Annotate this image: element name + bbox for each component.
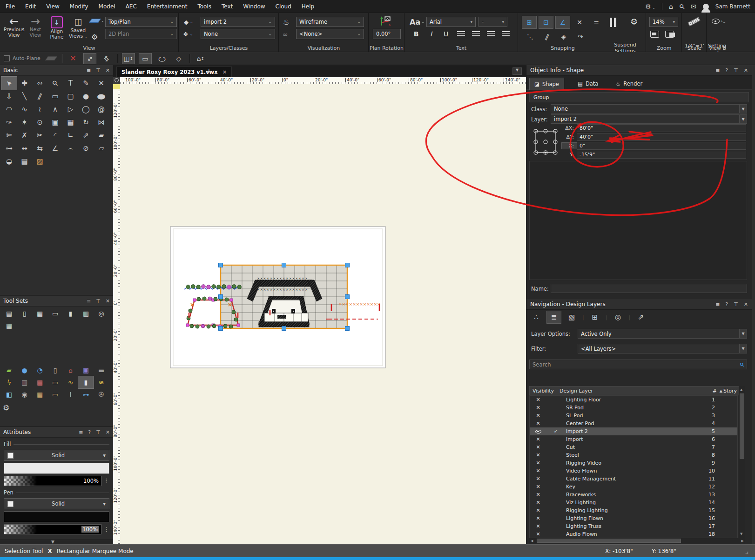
auto-plane-toggle[interactable]: Auto-Plane (4, 55, 40, 61)
visibility-x-icon[interactable]: ✕ (536, 436, 540, 442)
toolset-glazing[interactable]: ◧ (1, 388, 17, 400)
pin-icon[interactable]: ⊤ (96, 67, 101, 73)
toolset-grip[interactable]: ▬ (94, 364, 109, 376)
flyover-tool[interactable]: ∾ (32, 77, 47, 90)
bold-button[interactable]: B (411, 29, 422, 39)
menu-item[interactable]: Entertainment (147, 3, 188, 10)
horizontal-scrollbar[interactable]: ◀ ▶ (529, 538, 745, 544)
snap-surface-icon[interactable]: ◈ (557, 31, 571, 43)
snap-none-icon[interactable]: ✕ (573, 16, 586, 28)
layer-row[interactable]: ✕ ✓ Cable Management 11 (530, 475, 737, 483)
rotate-tool[interactable]: ↻ (78, 116, 94, 129)
lasso-marquee-icon[interactable]: ○ (156, 53, 168, 64)
close-icon[interactable]: ✕ (106, 429, 110, 435)
paint-roller-tool[interactable]: ▨ (32, 155, 47, 168)
toolset-plumbing[interactable]: ⊶ (78, 388, 94, 400)
navigation-header[interactable]: Navigation - Design Layers ≡?⊤✕ (526, 299, 752, 310)
menu-item[interactable]: Model (99, 3, 115, 10)
menu-item[interactable]: Modify (70, 3, 88, 10)
fill-color-bar[interactable] (4, 463, 109, 474)
x-tool[interactable]: ✕ (94, 77, 109, 90)
linear-dimension-tool[interactable]: ↔ (17, 142, 32, 155)
class-icon[interactable]: ❖⌄ (183, 31, 193, 38)
layer-row[interactable]: ✕ ✓ Lighting Flown 16 (530, 514, 737, 522)
snap-angle-icon[interactable]: ∠ (556, 16, 570, 28)
snap-settings-gear-icon[interactable]: ⚙ (630, 17, 638, 27)
render-style-dropdown[interactable]: <None>⌄ (296, 29, 364, 39)
layer-row[interactable]: ✕ ✓ Video Flown 10 (530, 467, 737, 475)
pen-style-dropdown[interactable]: Solid▾ (4, 498, 109, 509)
triangle-tool[interactable]: ▷ (63, 103, 78, 116)
tape-measure-tool[interactable]: ▱ (94, 142, 109, 155)
tool-sets-gear-icon[interactable]: ⚙ (0, 401, 113, 414)
drawing-canvas[interactable]: ×××××××××××××××× ×××××××××××××××× (120, 84, 526, 544)
layer-row[interactable]: ✕ ✓ Viz Lighting 14 (530, 499, 737, 507)
scrollbar-thumb[interactable] (740, 393, 744, 459)
saved-views-button[interactable]: ◫Saved Views ⌄ (68, 16, 88, 40)
previous-view-button[interactable]: ←Previous View (4, 16, 24, 38)
fill-opacity-slider[interactable]: 100% (4, 476, 101, 486)
sort-ascending-icon[interactable]: ▲ (719, 389, 723, 393)
pan-tool[interactable]: ✚ (17, 77, 32, 90)
tab-list-dropdown-icon[interactable]: ▼ (512, 67, 522, 75)
circle-tool[interactable]: ● (78, 90, 94, 103)
help-icon[interactable]: ? (88, 429, 91, 435)
toolset-door-hardware[interactable]: ▮ (78, 376, 94, 388)
tab-render[interactable]: ♨Render (611, 78, 647, 90)
zoom-level-dropdown[interactable]: 14%▾ (649, 17, 678, 27)
visibility-x-icon[interactable]: ✕ (536, 531, 540, 537)
ruler-origin-corner[interactable] (113, 77, 120, 84)
layer-row[interactable]: ✕ ✓ Rigging Lighting 15 (530, 507, 737, 514)
plan-rotation-field[interactable]: 0.00° (373, 29, 401, 39)
seating-shortcut[interactable]: ▥ (78, 307, 94, 320)
toolset-camera[interactable]: ◉ (17, 388, 32, 400)
scroll-down-icon[interactable]: ▼ (740, 532, 742, 536)
layer-row[interactable]: ✕ ✓ Center Pod 4 (530, 420, 737, 427)
toolset-av[interactable]: ▣ (78, 364, 94, 376)
active-layer-dropdown[interactable]: import 2⌄ (201, 17, 275, 27)
layer-row[interactable]: ✕ ✓ Key 12 (530, 483, 737, 491)
chamfer-tool[interactable]: ∟ (63, 129, 78, 142)
underline-button[interactable]: U (440, 29, 452, 39)
hamburger-icon[interactable]: ≡ (87, 67, 91, 73)
pin-icon[interactable]: ⊤ (96, 298, 101, 304)
fill-opacity-menu-icon[interactable]: ⋮ (103, 479, 109, 483)
align-justify-icon[interactable] (502, 31, 510, 37)
render-mode-dropdown[interactable]: Wireframe⌄ (296, 17, 364, 27)
next-view-button[interactable]: →Next View (25, 16, 46, 38)
layer-row[interactable]: ✕ ✓ Lighting Floor 1 (530, 396, 737, 404)
angular-dimension-tool[interactable]: ∠ (47, 142, 63, 155)
home-icon[interactable]: ⌂ (669, 3, 673, 10)
rectangle-tool[interactable]: ▭ (47, 90, 63, 103)
menu-item[interactable]: Text (222, 3, 233, 10)
scrollbar-thumb[interactable] (537, 539, 681, 543)
hamburger-icon[interactable]: ≡ (715, 301, 720, 307)
palette-collapse-arrow[interactable]: ▼ (51, 540, 54, 544)
fit-page-icon[interactable] (650, 31, 659, 38)
scroll-up-icon[interactable]: ▲ (740, 388, 742, 392)
layer-row[interactable]: ✕ ✓ SR Pod 2 (530, 404, 737, 412)
references-nav-icon[interactable]: ⇗ (634, 311, 648, 323)
layer-row[interactable]: ✕ ✓ Steel 8 (530, 451, 737, 459)
align-right-icon[interactable] (487, 31, 495, 37)
clip-tool[interactable]: ▣ (47, 116, 63, 129)
layer-icon[interactable]: ◆⌄ (184, 19, 193, 26)
active-class-dropdown[interactable]: None⌄ (201, 29, 275, 39)
rack-tower-shortcut[interactable]: ▮ (63, 307, 78, 320)
rack-unit-shortcut[interactable]: ▦ (32, 307, 47, 320)
visibility-x-icon[interactable]: ✕ (536, 492, 540, 498)
pen-opacity-slider[interactable]: 100% (4, 524, 101, 534)
pen-color-bar[interactable] (4, 511, 109, 522)
snap-object-icon[interactable]: ⊡ (539, 16, 553, 28)
console-shortcut[interactable]: ▤ (1, 307, 17, 320)
polyline-tool[interactable]: ≀ (32, 103, 47, 116)
layer-row[interactable]: ✕ ✓ import 2 5 (530, 427, 737, 435)
scroll-left-icon[interactable]: ◀ (531, 539, 533, 543)
regular-polygon-tool[interactable]: ◯ (78, 103, 94, 116)
toolset-curtain[interactable]: ▤ (32, 376, 47, 388)
eyedropper-tool[interactable]: ✑ (1, 116, 17, 129)
toolset-truss[interactable]: ▥ (17, 376, 32, 388)
truss-shortcut[interactable]: ▭ (47, 307, 63, 320)
stamp-tool[interactable]: ▤ (17, 155, 32, 168)
protractor-tool[interactable]: ◒ (1, 155, 17, 168)
